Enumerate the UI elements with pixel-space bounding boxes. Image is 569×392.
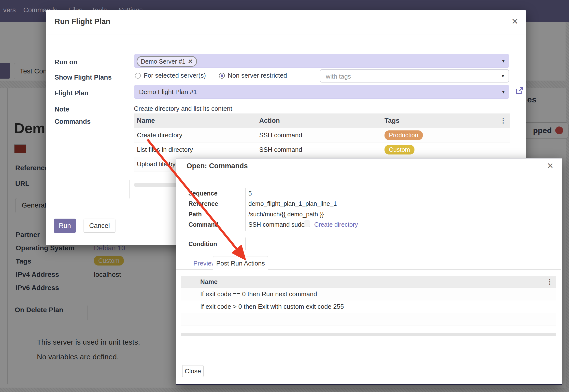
command-checkbox[interactable] — [304, 221, 310, 227]
action-row-exit-0[interactable]: If exit code == 0 then Run next command — [181, 288, 556, 300]
flight-plan-select[interactable]: Demo Flight Plan #1 ▾ — [134, 85, 509, 99]
col-name[interactable]: Name — [195, 278, 547, 286]
col-tags[interactable]: Tags — [384, 117, 500, 125]
cell-name: List files in directory — [134, 146, 259, 154]
commands-group-separator — [129, 180, 130, 198]
col-action[interactable]: Action — [259, 117, 384, 125]
radio-for-selected-servers[interactable] — [135, 73, 141, 79]
list-scrollbar[interactable] — [181, 333, 556, 336]
cell-name: If exit code == 0 then Run next command — [181, 290, 317, 298]
cell-action: SSH command — [259, 131, 384, 139]
show-flight-plans-label: Show Flight Plans — [55, 74, 112, 81]
fields-column-separator — [245, 188, 246, 231]
commands-table-header: Name Action Tags ⋮ — [134, 113, 510, 128]
condition-separator — [245, 238, 246, 250]
open-commands-modal: Open: Commands ✕ Sequence 5 Reference de… — [176, 158, 562, 385]
table-options-icon[interactable]: ⋮ — [500, 117, 510, 125]
reference-value: demo_flight_plan_1_plan_line_1 — [248, 200, 337, 207]
modal-header-divider — [46, 34, 526, 34]
cell-name: If exit code > 0 then Exit with custom e… — [181, 303, 344, 310]
close-button[interactable]: Close — [182, 365, 204, 377]
chevron-down-icon[interactable]: ▾ — [502, 73, 504, 79]
note-value: Create directory and list its content — [134, 105, 232, 112]
modal-header-divider — [176, 173, 561, 173]
chevron-down-icon[interactable]: ▾ — [502, 89, 505, 95]
command-row-create-directory[interactable]: Create directory SSH command Production — [134, 128, 510, 142]
nav-item-servers[interactable]: vers — [3, 6, 16, 14]
radio-non-server-restricted-label: Non server restricted — [228, 72, 287, 79]
chevron-down-icon[interactable]: ▾ — [502, 58, 505, 64]
empty-row — [181, 325, 556, 333]
radio-non-server-restricted[interactable] — [219, 73, 225, 79]
command-label: Command — [188, 221, 218, 228]
modal-title: Open: Commands — [186, 162, 248, 170]
chip-remove-icon[interactable]: ✕ — [188, 58, 193, 65]
flight-plan-value: Demo Flight Plan #1 — [139, 88, 197, 96]
flight-plan-label: Flight Plan — [55, 89, 88, 97]
selector-column — [181, 276, 195, 288]
screen: vers Commands Files Tools Settings Test … — [0, 0, 569, 392]
sequence-value: 5 — [248, 190, 252, 197]
post-run-actions-table: Name ⋮ If exit code == 0 then Run next c… — [181, 276, 556, 336]
modal-title: Run Flight Plan — [55, 17, 110, 26]
run-on-label: Run on — [55, 58, 77, 66]
cell-name: Create directory — [134, 131, 259, 139]
empty-row — [181, 313, 556, 325]
path-label: Path — [188, 211, 202, 218]
server-chip[interactable]: Demo Server #1 ✕ — [137, 56, 197, 67]
command-link[interactable]: Create directory — [314, 221, 358, 228]
tab-post-run-actions[interactable]: Post Run Actions — [213, 256, 268, 270]
condition-label: Condition — [188, 240, 217, 248]
command-row-list-files[interactable]: List files in directory SSH command Cust… — [134, 142, 510, 157]
command-value-prefix: SSH command sudo — [248, 221, 305, 228]
col-name[interactable]: Name — [134, 117, 259, 125]
run-on-select[interactable]: Demo Server #1 ✕ ▾ — [134, 54, 509, 68]
server-chip-label: Demo Server #1 — [141, 58, 185, 65]
radio-for-selected-servers-label: For selected server(s) — [144, 72, 206, 79]
action-row-exit-gt0[interactable]: If exit code > 0 then Exit with custom e… — [181, 300, 556, 313]
commands-label: Commands — [55, 118, 91, 126]
actions-table-header: Name ⋮ — [181, 276, 556, 288]
with-tags-placeholder: with tags — [326, 73, 351, 80]
tag-badge-production: Production — [384, 130, 423, 140]
note-label: Note — [55, 106, 69, 113]
run-button[interactable]: Run — [54, 219, 76, 233]
tab-preview[interactable]: Preview — [193, 260, 216, 267]
path-value: /such/much/{{ demo_path }} — [248, 211, 324, 218]
reference-label: Reference — [188, 200, 218, 207]
tag-badge-custom: Custom — [384, 145, 414, 154]
close-icon[interactable]: ✕ — [512, 17, 519, 26]
table-options-icon[interactable]: ⋮ — [547, 278, 556, 286]
cell-action: SSH command — [259, 146, 384, 154]
close-icon[interactable]: ✕ — [547, 162, 554, 170]
sequence-label: Sequence — [188, 190, 217, 197]
cancel-button[interactable]: Cancel — [84, 219, 115, 233]
external-link-icon[interactable] — [515, 86, 524, 95]
with-tags-select[interactable]: with tags ▾ — [320, 69, 509, 83]
